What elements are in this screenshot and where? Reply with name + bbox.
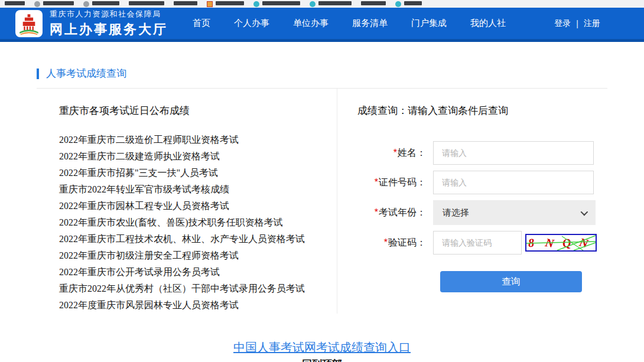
exam-list-item[interactable]: 2022年重庆市工程技术农机、林业、水产专业人员资格考试 (59, 231, 337, 247)
bookmark-fragment[interactable] (129, 1, 164, 5)
auth-separator: | (576, 19, 578, 28)
query-form-heading: 成绩查询：请输入查询条件后查询 (357, 104, 607, 118)
recent-results-panel: 重庆市各项考试近日公布成绩 2022年重庆市二级造价工程师职业资格考试 2022… (37, 89, 337, 314)
globe-icon (83, 1, 89, 7)
nav-personal-services[interactable]: 个人办事 (234, 18, 269, 29)
org-name: 重庆市人力资源和社会保障局 (50, 9, 168, 19)
required-marker: * (375, 177, 378, 187)
recent-results-heading: 重庆市各项考试近日公布成绩 (59, 104, 337, 118)
bookmark-text-fragment (216, 1, 244, 5)
captcha-field-row: *验证码： 8 N Q N (357, 231, 607, 255)
id-number-label: *证件号码： (357, 177, 433, 189)
query-button[interactable]: 查询 (440, 271, 582, 292)
name-input[interactable] (433, 141, 594, 165)
china-personnel-exam-link[interactable]: 中国人事考试网考试成绩查询入口 (233, 340, 411, 356)
exam-list-item[interactable]: 2022年重庆市初级注册安全工程师资格考试 (59, 247, 337, 264)
exam-list-item[interactable]: 2022年重庆市农业(畜牧、兽医)技术职务任职资格考试 (59, 214, 337, 231)
bookmark-text-fragment (404, 1, 422, 5)
bookmark-text-fragment (174, 1, 197, 5)
bookmark-text-fragment (129, 1, 164, 5)
footer: 中国人事考试网考试成绩查询入口 回到顶部 (37, 340, 607, 362)
login-link[interactable]: 登录 (554, 18, 571, 29)
nav-unit-services[interactable]: 单位办事 (293, 18, 328, 29)
auth-links: 登录 | 注册 (554, 18, 600, 29)
page-content: 人事考试成绩查询 重庆市各项考试近日公布成绩 2022年重庆市二级造价工程师职业… (0, 67, 644, 362)
captcha-noise-lines (526, 235, 596, 250)
chevron-down-icon (581, 208, 588, 216)
exam-list: 2022年重庆市二级造价工程师职业资格考试 2022年重庆市二级建造师执业资格考… (59, 132, 337, 314)
exam-list-item[interactable]: 2022年重庆市园林工程专业人员资格考试 (59, 198, 337, 214)
exam-list-item[interactable]: 2022年重庆市二级造价工程师职业资格考试 (59, 132, 337, 148)
exam-year-field-row: *考试年份： 请选择 (357, 200, 607, 225)
exam-list-item[interactable]: 2022年重庆市公开考试录用公务员考试 (59, 264, 337, 281)
name-label: *姓名： (357, 147, 433, 159)
bookmark-fragment[interactable] (174, 1, 197, 5)
clipped-bottom-text[interactable]: 回到顶部 (37, 357, 607, 362)
captcha-label: *验证码： (357, 237, 433, 249)
nav-home[interactable]: 首页 (193, 18, 210, 29)
bookmark-text-fragment (5, 1, 25, 5)
site-name: 网上办事服务大厅 (50, 21, 168, 38)
query-form: *姓名： *证件号码： *考试年份： 请选择 *验证码： (357, 141, 607, 292)
chongqing-hall-logo-icon (15, 10, 43, 37)
bookmark-fragment[interactable] (253, 1, 300, 7)
browser-bookmarks-bar (0, 0, 644, 8)
id-number-input[interactable] (433, 171, 594, 194)
bookmark-fragment[interactable] (5, 1, 25, 5)
score-query-panel: 成绩查询：请输入查询条件后查询 *姓名： *证件号码： *考试年份： 请选择 (337, 89, 607, 314)
exam-year-label: *考试年份： (357, 207, 433, 219)
title-accent-bar (37, 69, 39, 79)
globe-icon (34, 1, 40, 7)
bookmark-text-fragment (43, 1, 74, 5)
favicon-icon (207, 1, 213, 7)
bookmark-fragment[interactable] (34, 1, 74, 7)
site-header: 重庆市人力资源和社会保障局 网上办事服务大厅 首页 个人办事 单位办事 服务清单… (0, 8, 644, 42)
bookmark-fragment[interactable] (310, 1, 352, 7)
exam-year-selected-value: 请选择 (443, 207, 469, 218)
bookmark-fragment[interactable] (207, 1, 244, 7)
exam-list-item[interactable]: 重庆市2022年转业军官市级考试考核成绩 (59, 181, 337, 198)
nav-my-social-security[interactable]: 我的人社 (470, 18, 506, 29)
required-marker: * (384, 237, 388, 247)
main-nav: 首页 个人办事 单位办事 服务清单 门户集成 我的人社 (193, 18, 506, 29)
exam-list-item[interactable]: 重庆市2022年从优秀村（社区）干部中考试录用公务员考试 (59, 281, 337, 297)
site-favicon-icon (395, 1, 401, 7)
id-number-field-row: *证件号码： (357, 171, 607, 194)
required-marker: * (393, 148, 397, 158)
exam-list-item[interactable]: 2022年重庆市二级建造师执业资格考试 (59, 148, 337, 165)
bookmark-fragment[interactable] (395, 1, 422, 7)
nav-portal-integration[interactable]: 门户集成 (411, 18, 447, 29)
name-field-row: *姓名： (357, 141, 607, 165)
nav-service-list[interactable]: 服务清单 (352, 18, 388, 29)
bookmark-text-fragment (318, 1, 352, 5)
site-favicon-icon (253, 1, 259, 7)
site-logo[interactable]: 重庆市人力资源和社会保障局 网上办事服务大厅 (15, 9, 168, 38)
register-link[interactable]: 注册 (584, 18, 600, 29)
required-marker: * (375, 207, 378, 217)
site-favicon-icon (310, 1, 316, 7)
captcha-image[interactable]: 8 N Q N (525, 234, 597, 252)
exam-list-item[interactable]: 2022年重庆市招募"三支一扶"人员考试 (59, 165, 337, 181)
page-title: 人事考试成绩查询 (46, 67, 126, 80)
bookmark-fragment[interactable] (83, 1, 119, 7)
exam-year-select[interactable]: 请选择 (433, 200, 596, 225)
bookmark-fragment[interactable] (361, 1, 386, 5)
bookmark-text-fragment (262, 1, 300, 5)
exam-list-item[interactable]: 2022年度重庆市风景园林专业人员资格考试 (59, 297, 337, 314)
captcha-input[interactable] (433, 231, 522, 255)
bookmark-text-fragment (92, 1, 119, 5)
bookmark-text-fragment (361, 1, 386, 5)
page-title-row: 人事考试成绩查询 (37, 67, 607, 80)
